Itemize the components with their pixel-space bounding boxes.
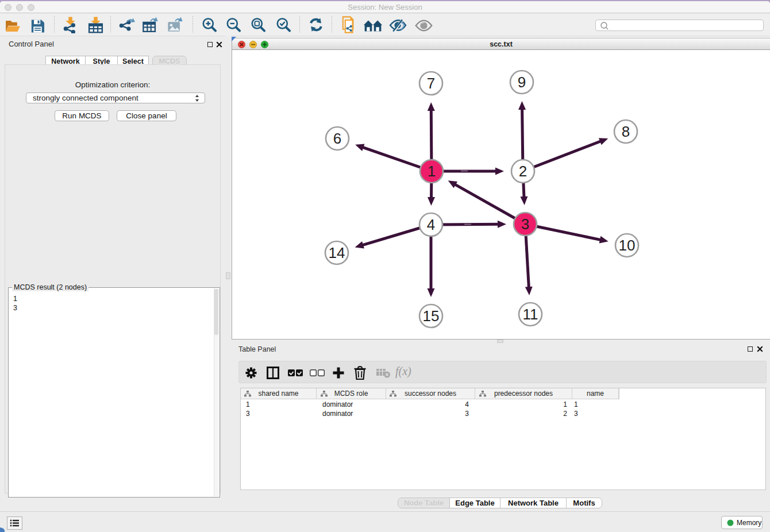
svg-text:10: 10: [619, 237, 636, 254]
svg-text:3: 3: [521, 215, 529, 233]
svg-text:14: 14: [329, 244, 345, 261]
svg-text:8: 8: [622, 123, 630, 140]
svg-text:15: 15: [423, 307, 440, 325]
svg-text:4: 4: [427, 216, 435, 233]
svg-text:9: 9: [518, 74, 526, 91]
svg-text:2: 2: [519, 163, 527, 180]
svg-text:7: 7: [427, 75, 435, 92]
svg-text:6: 6: [333, 130, 341, 147]
svg-text:11: 11: [523, 306, 538, 323]
svg-text:1: 1: [428, 163, 436, 180]
